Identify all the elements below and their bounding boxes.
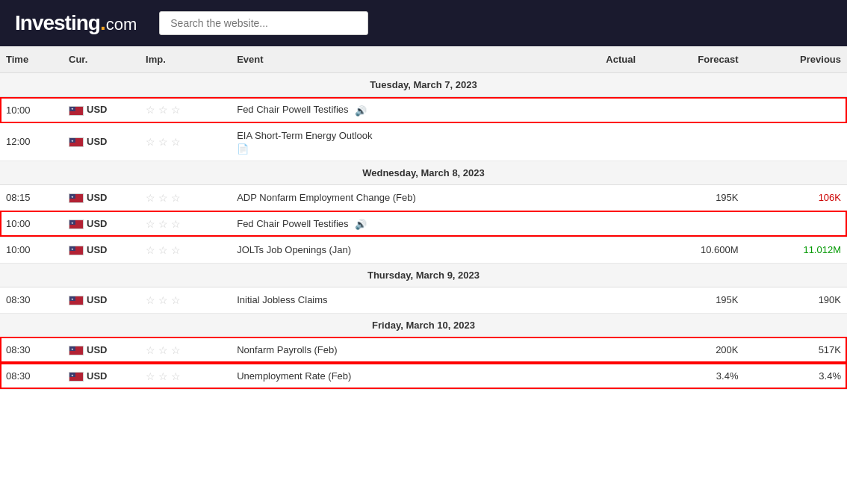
col-forecast: Forecast [642, 46, 744, 73]
logo-dot: . [100, 11, 106, 35]
currency-label: USD [87, 344, 107, 355]
document-icon[interactable]: 📄 [237, 143, 247, 154]
cell-previous [745, 123, 848, 161]
impact-stars: ☆ ☆ ☆ [146, 370, 181, 382]
cell-time: 08:15 [0, 184, 63, 211]
sound-icon[interactable]: 🔊 [355, 105, 365, 116]
cell-actual [550, 211, 642, 237]
cell-time: 12:00 [0, 123, 63, 161]
cell-actual [550, 337, 642, 363]
cell-forecast: 3.4% [642, 363, 744, 389]
impact-stars: ☆ ☆ ☆ [146, 136, 181, 148]
economic-calendar-table: Time Cur. Imp. Event Actual Forecast Pre… [0, 46, 847, 390]
cell-previous: 517K [745, 337, 848, 363]
section-date: Friday, March 10, 2023 [0, 313, 847, 337]
cell-forecast: 200K [642, 337, 744, 363]
cell-time: 08:30 [0, 287, 63, 313]
event-name: Unemployment Rate (Feb) [237, 370, 351, 382]
cell-impact: ☆ ☆ ☆ [140, 337, 231, 363]
cell-impact: ☆ ☆ ☆ [140, 287, 231, 313]
calendar-table-wrap: Time Cur. Imp. Event Actual Forecast Pre… [0, 46, 847, 390]
currency-label: USD [87, 294, 107, 305]
table-row[interactable]: 10:00USD☆ ☆ ☆JOLTs Job Openings (Jan)10.… [0, 237, 847, 263]
event-name: EIA Short-Term Energy Outlook [237, 130, 372, 141]
logo-text: Investing [15, 11, 100, 35]
cell-currency: USD [63, 184, 140, 211]
currency-label: USD [87, 244, 107, 255]
cell-currency: USD [63, 337, 140, 363]
table-body: Tuesday, March 7, 202310:00USD☆ ☆ ☆Fed C… [0, 73, 847, 390]
cell-forecast: 10.600M [642, 237, 744, 263]
cell-previous: 3.4% [745, 363, 848, 389]
flag-us [69, 106, 84, 116]
col-time: Time [0, 46, 63, 73]
section-date: Wednesday, March 8, 2023 [0, 161, 847, 184]
flag-us [69, 296, 84, 305]
table-row[interactable]: 08:30USD☆ ☆ ☆Initial Jobless Claims195K1… [0, 287, 847, 313]
col-impact: Imp. [140, 46, 231, 73]
cell-forecast [642, 211, 744, 237]
cell-actual [550, 184, 642, 211]
flag-us [69, 346, 84, 355]
col-previous: Previous [745, 46, 848, 73]
cell-currency: USD [63, 123, 140, 161]
cell-currency: USD [63, 211, 140, 237]
section-date: Tuesday, March 7, 2023 [0, 73, 847, 97]
cell-time: 10:00 [0, 237, 63, 263]
cell-currency: USD [63, 237, 140, 263]
event-name: JOLTs Job Openings (Jan) [237, 244, 351, 255]
currency-label: USD [87, 370, 107, 382]
event-name: Fed Chair Powell Testifies [237, 104, 348, 115]
table-row[interactable]: 08:15USD☆ ☆ ☆ADP Nonfarm Employment Chan… [0, 184, 847, 211]
logo: Investing.com [15, 11, 137, 35]
table-row[interactable]: 10:00USD☆ ☆ ☆Fed Chair Powell Testifies … [0, 211, 847, 237]
cell-time: 08:30 [0, 363, 63, 389]
section-date-row: Thursday, March 9, 2023 [0, 263, 847, 287]
table-row[interactable]: 12:00USD☆ ☆ ☆EIA Short-Term Energy Outlo… [0, 123, 847, 161]
cell-previous [745, 97, 848, 123]
section-date-row: Tuesday, March 7, 2023 [0, 73, 847, 97]
currency-label: USD [87, 192, 107, 203]
impact-stars: ☆ ☆ ☆ [146, 344, 181, 356]
event-name: Initial Jobless Claims [237, 294, 327, 305]
cell-forecast: 195K [642, 287, 744, 313]
cell-time: 10:00 [0, 211, 63, 237]
cell-event: Fed Chair Powell Testifies 🔊 [231, 97, 550, 123]
cell-previous: 11.012M [745, 237, 848, 263]
impact-stars: ☆ ☆ ☆ [146, 104, 181, 116]
cell-impact: ☆ ☆ ☆ [140, 237, 231, 263]
table-row[interactable]: 10:00USD☆ ☆ ☆Fed Chair Powell Testifies … [0, 97, 847, 123]
event-name: ADP Nonfarm Employment Change (Feb) [237, 192, 416, 203]
cell-event: Unemployment Rate (Feb) [231, 363, 550, 389]
table-row[interactable]: 08:30USD☆ ☆ ☆Nonfarm Payrolls (Feb)200K5… [0, 337, 847, 363]
currency-label: USD [87, 104, 107, 115]
cell-currency: USD [63, 287, 140, 313]
cell-impact: ☆ ☆ ☆ [140, 363, 231, 389]
event-name: Nonfarm Payrolls (Feb) [237, 344, 337, 355]
cell-actual [550, 97, 642, 123]
sound-icon[interactable]: 🔊 [355, 219, 365, 229]
impact-stars: ☆ ☆ ☆ [146, 218, 181, 230]
table-row[interactable]: 08:30USD☆ ☆ ☆Unemployment Rate (Feb)3.4%… [0, 363, 847, 389]
cell-impact: ☆ ☆ ☆ [140, 184, 231, 211]
cell-time: 10:00 [0, 97, 63, 123]
col-event: Event [231, 46, 550, 73]
col-actual: Actual [550, 46, 642, 73]
cell-actual [550, 237, 642, 263]
cell-event: JOLTs Job Openings (Jan) [231, 237, 550, 263]
cell-event: EIA Short-Term Energy Outlook📄 [231, 123, 550, 161]
cell-forecast [642, 97, 744, 123]
search-input[interactable] [159, 11, 368, 35]
cell-forecast [642, 123, 744, 161]
impact-stars: ☆ ☆ ☆ [146, 192, 181, 204]
flag-us [69, 137, 84, 147]
cell-event: Nonfarm Payrolls (Feb) [231, 337, 550, 363]
impact-stars: ☆ ☆ ☆ [146, 294, 181, 306]
flag-us [69, 372, 84, 382]
cell-previous [745, 211, 848, 237]
header: Investing.com [0, 0, 847, 46]
section-date: Thursday, March 9, 2023 [0, 263, 847, 287]
event-name: Fed Chair Powell Testifies [237, 218, 348, 229]
impact-stars: ☆ ☆ ☆ [146, 244, 181, 256]
cell-event: ADP Nonfarm Employment Change (Feb) [231, 184, 550, 211]
